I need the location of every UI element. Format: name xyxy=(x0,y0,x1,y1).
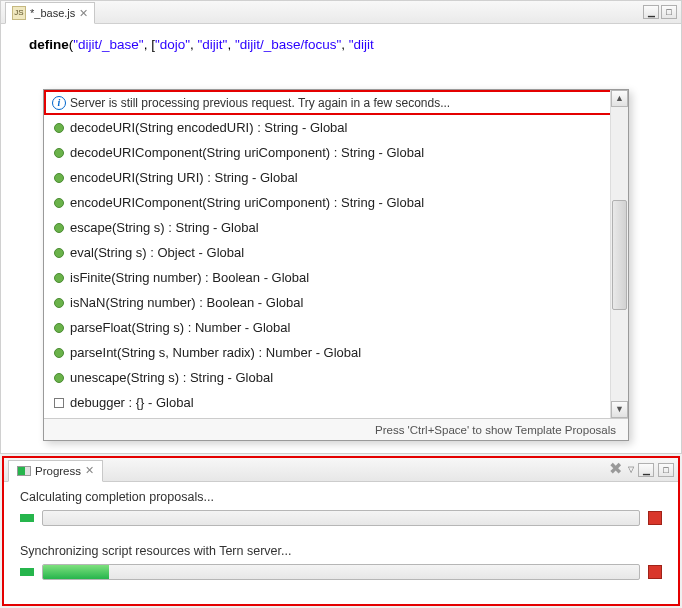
method-icon xyxy=(54,298,64,308)
method-icon xyxy=(54,348,64,358)
minimize-button[interactable]: ▁ xyxy=(638,463,654,477)
maximize-button[interactable]: □ xyxy=(658,463,674,477)
completion-item[interactable]: isNaN(String number) : Boolean - Global xyxy=(44,290,628,315)
completion-item[interactable]: decodeURI(String encodedURI) : String - … xyxy=(44,115,628,140)
progress-icon xyxy=(17,466,31,476)
method-icon xyxy=(54,248,64,258)
stop-button[interactable] xyxy=(648,511,662,525)
scroll-down-button[interactable]: ▼ xyxy=(611,401,628,418)
scroll-thumb[interactable] xyxy=(612,200,627,310)
popup-status-text: Server is still processing previous requ… xyxy=(70,96,450,110)
progress-view: Progress ✕ ✖ ▽ ▁ □ Calculating completio… xyxy=(2,456,680,606)
completion-item[interactable]: parseFloat(String s) : Number - Global xyxy=(44,315,628,340)
code-editor[interactable]: define("dijit/_base", ["dojo", "dijit", … xyxy=(1,24,681,55)
completion-list[interactable]: decodeURI(String encodedURI) : String - … xyxy=(44,115,628,418)
method-icon xyxy=(54,323,64,333)
completion-item[interactable]: eval(String s) : Object - Global xyxy=(44,240,628,265)
popup-status-message: i Server is still processing previous re… xyxy=(44,90,628,115)
method-icon xyxy=(54,148,64,158)
close-icon[interactable]: ✕ xyxy=(85,464,94,477)
running-icon xyxy=(20,514,34,522)
progress-item: Synchronizing script resources with Tern… xyxy=(20,544,662,580)
method-icon xyxy=(54,373,64,383)
stop-button[interactable] xyxy=(648,565,662,579)
completion-item[interactable]: debugger : {} - Global xyxy=(44,390,628,415)
completion-popup: i Server is still processing previous re… xyxy=(43,89,629,441)
editor-window-buttons: ▁ □ xyxy=(643,5,681,19)
progress-tab-label: Progress xyxy=(35,465,81,477)
scroll-up-button[interactable]: ▲ xyxy=(611,90,628,107)
completion-item[interactable]: escape(String s) : String - Global xyxy=(44,215,628,240)
method-icon xyxy=(54,123,64,133)
method-icon xyxy=(54,223,64,233)
completion-item[interactable]: isFinite(String number) : Boolean - Glob… xyxy=(44,265,628,290)
editor-tab-label: *_base.js xyxy=(30,7,75,19)
running-icon xyxy=(20,568,34,576)
method-icon xyxy=(54,198,64,208)
info-icon: i xyxy=(52,96,66,110)
completion-item[interactable]: unescape(String s) : String - Global xyxy=(44,365,628,390)
keyword-icon xyxy=(54,398,64,408)
method-icon xyxy=(54,273,64,283)
close-icon[interactable]: ✕ xyxy=(79,7,88,20)
progress-tab[interactable]: Progress ✕ xyxy=(8,460,103,482)
progress-item-label: Calculating completion proposals... xyxy=(20,490,662,504)
popup-footer-hint: Press 'Ctrl+Space' to show Template Prop… xyxy=(44,418,628,440)
progress-tab-bar: Progress ✕ ✖ ▽ ▁ □ xyxy=(4,458,678,482)
progress-item-label: Synchronizing script resources with Tern… xyxy=(20,544,662,558)
js-file-icon: JS xyxy=(12,6,26,20)
scrollbar[interactable]: ▲ ▼ xyxy=(610,90,628,418)
editor-pane: JS *_base.js ✕ ▁ □ define("dijit/_base",… xyxy=(0,0,682,454)
progress-bar xyxy=(42,510,640,526)
remove-all-icon[interactable]: ✖ xyxy=(606,461,624,479)
completion-item[interactable]: decodeURIComponent(String uriComponent) … xyxy=(44,140,628,165)
completion-item[interactable]: parseInt(String s, Number radix) : Numbe… xyxy=(44,340,628,365)
completion-item[interactable]: encodeURI(String URI) : String - Global xyxy=(44,165,628,190)
editor-tab[interactable]: JS *_base.js ✕ xyxy=(5,2,95,24)
method-icon xyxy=(54,173,64,183)
completion-item[interactable]: encodeURIComponent(String uriComponent) … xyxy=(44,190,628,215)
minimize-button[interactable]: ▁ xyxy=(643,5,659,19)
progress-body: Calculating completion proposals... Sync… xyxy=(4,482,678,606)
editor-tab-bar: JS *_base.js ✕ ▁ □ xyxy=(1,1,681,24)
progress-item: Calculating completion proposals... xyxy=(20,490,662,526)
view-menu-icon[interactable]: ▽ xyxy=(628,465,634,474)
maximize-button[interactable]: □ xyxy=(661,5,677,19)
progress-bar xyxy=(42,564,640,580)
